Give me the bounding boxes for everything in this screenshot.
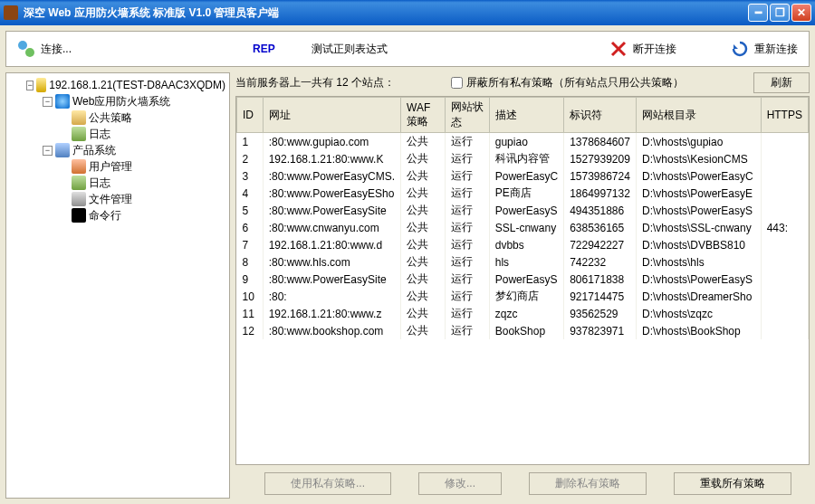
connect-button[interactable]: 连接... bbox=[17, 40, 72, 58]
col-ident[interactable]: 标识符 bbox=[564, 98, 637, 133]
cell-root: D:\vhosts\BookShop bbox=[636, 322, 761, 339]
table-row[interactable]: 2192.168.1.21:80:www.K公共运行科讯内容管152793920… bbox=[237, 150, 809, 167]
refresh-button[interactable]: 刷新 bbox=[753, 72, 810, 93]
cell-url: :80:www.PowerEasyESho bbox=[263, 185, 400, 202]
nav-tree: −192.168.1.21(TEST-D8AAC3XQDM) −Web应用防火墙… bbox=[5, 72, 230, 499]
cell-ident: 1527939209 bbox=[564, 150, 637, 167]
cell-root: D:\vhosts\KesionCMS bbox=[636, 150, 761, 167]
cell-https bbox=[761, 288, 808, 305]
cell-url: :80:www.PowerEasySite bbox=[263, 202, 400, 219]
cell-root: D:\vhosts\DreamerSho bbox=[636, 288, 761, 305]
cell-status: 运行 bbox=[445, 305, 489, 322]
table-row[interactable]: 7192.168.1.21:80:www.d公共运行dvbbs722942227… bbox=[237, 236, 809, 253]
cell-https bbox=[761, 167, 808, 185]
table-row[interactable]: 6:80:www.cnwanyu.com公共运行SSL-cnwany638536… bbox=[237, 219, 809, 236]
tree-root[interactable]: −192.168.1.21(TEST-D8AAC3XQDM) bbox=[10, 77, 225, 93]
cell-url: :80:www.PowerEasySite bbox=[263, 271, 400, 288]
cell-status: 运行 bbox=[445, 133, 489, 151]
tree-public-policy[interactable]: 公共策略 bbox=[10, 109, 225, 126]
cell-id: 6 bbox=[237, 219, 264, 236]
cell-desc: zqzc bbox=[489, 305, 563, 322]
tree-cmdline[interactable]: 命令行 bbox=[10, 207, 225, 223]
cell-url: :80:www.gupiao.com bbox=[263, 133, 400, 151]
rep-label[interactable]: REP bbox=[253, 43, 275, 55]
log-icon bbox=[72, 176, 86, 190]
disconnect-button[interactable]: 断开连接 bbox=[609, 40, 676, 58]
table-row[interactable]: 12:80:www.bookshop.com公共运行BookShop937823… bbox=[237, 322, 809, 339]
table-row[interactable]: 3:80:www.PowerEasyCMS.公共运行PowerEasyC1573… bbox=[237, 167, 809, 185]
modify-button[interactable]: 修改... bbox=[418, 472, 502, 495]
cell-https bbox=[761, 133, 808, 151]
col-root[interactable]: 网站根目录 bbox=[636, 98, 761, 133]
table-row[interactable]: 8:80:www.hls.com公共运行hls742232D:\vhosts\h… bbox=[237, 253, 809, 271]
cell-https bbox=[761, 322, 808, 339]
col-waf[interactable]: WAF策略 bbox=[401, 98, 446, 133]
table-row[interactable]: 1:80:www.gupiao.com公共运行gupiao1378684607D… bbox=[237, 133, 809, 151]
cell-desc: PE商店 bbox=[489, 185, 563, 202]
table-row[interactable]: 11192.168.1.21:80:www.z公共运行zqzc93562529D… bbox=[237, 305, 809, 322]
cell-status: 运行 bbox=[445, 288, 489, 305]
server-icon bbox=[36, 78, 46, 92]
delete-private-button[interactable]: 删除私有策略 bbox=[529, 472, 647, 495]
close-button[interactable]: ✕ bbox=[791, 4, 811, 22]
disconnect-icon bbox=[609, 40, 628, 58]
col-desc[interactable]: 描述 bbox=[489, 98, 563, 133]
cell-desc: 科讯内容管 bbox=[489, 150, 563, 167]
cell-waf: 公共 bbox=[401, 150, 446, 167]
cell-root: D:\vhosts\hls bbox=[636, 253, 761, 271]
test-regex-button[interactable]: 测试正则表达式 bbox=[312, 42, 388, 57]
cell-waf: 公共 bbox=[401, 167, 446, 185]
table-row[interactable]: 9:80:www.PowerEasySite公共运行PowerEasyS8061… bbox=[237, 271, 809, 288]
table-row[interactable]: 5:80:www.PowerEasySite公共运行PowerEasyS4943… bbox=[237, 202, 809, 219]
cell-waf: 公共 bbox=[401, 133, 446, 151]
block-private-input[interactable] bbox=[451, 77, 463, 89]
cell-status: 运行 bbox=[445, 219, 489, 236]
cell-id: 4 bbox=[237, 185, 264, 202]
cell-waf: 公共 bbox=[401, 305, 446, 322]
app-icon bbox=[4, 5, 18, 20]
maximize-button[interactable]: ❐ bbox=[770, 4, 790, 22]
cell-status: 运行 bbox=[445, 271, 489, 288]
col-id[interactable]: ID bbox=[237, 98, 264, 133]
cell-https bbox=[761, 305, 808, 322]
cell-https bbox=[761, 236, 808, 253]
cell-https bbox=[761, 253, 808, 271]
cell-status: 运行 bbox=[445, 253, 489, 271]
col-status[interactable]: 网站状态 bbox=[445, 98, 489, 133]
sites-table: ID 网址 WAF策略 网站状态 描述 标识符 网站根目录 HTTPS 1:80… bbox=[236, 97, 809, 339]
svg-point-0 bbox=[18, 41, 27, 50]
cell-waf: 公共 bbox=[401, 253, 446, 271]
tree-product-system[interactable]: −产品系统 bbox=[10, 142, 225, 158]
tree-file-mgmt[interactable]: 文件管理 bbox=[10, 191, 225, 207]
block-private-checkbox[interactable]: 屏蔽所有私有策略（所有站点只用公共策略） bbox=[451, 75, 684, 90]
table-row[interactable]: 4:80:www.PowerEasyESho公共运行PE商店1864997132… bbox=[237, 185, 809, 202]
toolbar: 连接... REP 测试正则表达式 断开连接 重新连接 bbox=[5, 31, 810, 67]
reconnect-button[interactable]: 重新连接 bbox=[731, 40, 798, 58]
bottom-buttons: 使用私有策略... 修改... 删除私有策略 重载所有策略 bbox=[235, 469, 810, 499]
col-https[interactable]: HTTPS bbox=[761, 98, 808, 133]
minimize-button[interactable]: ━ bbox=[748, 4, 768, 22]
tree-waf-system[interactable]: −Web应用防火墙系统 bbox=[10, 93, 225, 109]
cell-waf: 公共 bbox=[401, 271, 446, 288]
cell-ident: 1573986724 bbox=[564, 167, 637, 185]
cell-id: 12 bbox=[237, 322, 264, 339]
log-icon bbox=[72, 127, 86, 141]
cell-ident: 806171838 bbox=[564, 271, 637, 288]
sites-table-container: ID 网址 WAF策略 网站状态 描述 标识符 网站根目录 HTTPS 1:80… bbox=[235, 96, 810, 465]
table-row[interactable]: 10:80:公共运行梦幻商店921714475D:\vhosts\Dreamer… bbox=[237, 288, 809, 305]
tree-user-mgmt[interactable]: 用户管理 bbox=[10, 158, 225, 175]
cell-desc: SSL-cnwany bbox=[489, 219, 563, 236]
cell-https bbox=[761, 271, 808, 288]
tree-log-1[interactable]: 日志 bbox=[10, 126, 225, 142]
cell-url: 192.168.1.21:80:www.z bbox=[263, 305, 400, 322]
use-private-button[interactable]: 使用私有策略... bbox=[264, 472, 391, 495]
cell-ident: 742232 bbox=[564, 253, 637, 271]
col-url[interactable]: 网址 bbox=[263, 98, 400, 133]
tree-log-2[interactable]: 日志 bbox=[10, 175, 225, 191]
cell-desc: hls bbox=[489, 253, 563, 271]
user-icon bbox=[72, 159, 86, 174]
terminal-icon bbox=[72, 208, 86, 223]
reload-all-button[interactable]: 重载所有策略 bbox=[674, 472, 791, 495]
summary-bar: 当前服务器上一共有 12 个站点： 屏蔽所有私有策略（所有站点只用公共策略） 刷… bbox=[235, 72, 810, 92]
cell-id: 5 bbox=[237, 202, 264, 219]
